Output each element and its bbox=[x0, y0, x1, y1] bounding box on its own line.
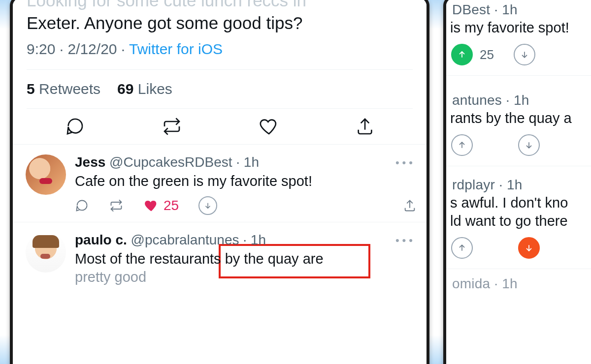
reply-icon[interactable] bbox=[65, 117, 85, 136]
reply-text: Cafe on the green is my favorite spot! bbox=[75, 172, 417, 190]
like-icon[interactable] bbox=[259, 117, 279, 136]
reply-item[interactable]: Jess @CupcakesRDBest · 1h Cafe on the gr… bbox=[13, 145, 427, 222]
phone-right: DBest · 1h is my favorite spot! 25 antun… bbox=[443, 0, 591, 364]
stage: Looking for some cute lunch reccs in Exe… bbox=[0, 0, 591, 364]
reply-actions: 25 bbox=[75, 196, 417, 215]
reply-like-count: 25 bbox=[164, 198, 179, 213]
vote-row: 25 bbox=[449, 37, 591, 75]
retweet-icon[interactable] bbox=[108, 199, 124, 212]
item-meta: DBest · 1h bbox=[449, 0, 591, 19]
list-item[interactable]: DBest · 1h is my favorite spot! 25 bbox=[446, 0, 591, 76]
downvote-button[interactable] bbox=[198, 196, 217, 215]
reply-age: 1h bbox=[251, 232, 266, 247]
downvote-button[interactable] bbox=[514, 44, 535, 65]
tweet-stats[interactable]: 5 Retweets 69 Likes bbox=[27, 70, 413, 108]
tweet-text: Looking for some cute lunch reccs in Exe… bbox=[27, 0, 413, 34]
reply-header: paulo c. @pcabralantunes · 1h bbox=[75, 232, 417, 248]
more-icon[interactable]: ••• bbox=[395, 156, 416, 169]
tweet-text-line1: Looking for some cute lunch reccs in bbox=[27, 0, 306, 10]
item-meta: rdplayr · 1h bbox=[449, 173, 591, 194]
reply-age: 1h bbox=[244, 154, 259, 170]
tweet-time: 9:20 bbox=[27, 41, 55, 57]
downvote-button[interactable] bbox=[518, 134, 540, 156]
downvote-button[interactable] bbox=[518, 237, 540, 259]
upvote-button[interactable] bbox=[451, 237, 473, 259]
reply-handle[interactable]: @CupcakesRDBest bbox=[109, 154, 232, 170]
upvote-button[interactable] bbox=[451, 134, 473, 156]
tweet-text-line2: Exeter. Anyone got some good tips? bbox=[27, 13, 302, 32]
share-icon[interactable] bbox=[403, 199, 417, 212]
like-count[interactable]: 69 Likes bbox=[117, 81, 172, 97]
left-screen: Looking for some cute lunch reccs in Exe… bbox=[13, 0, 427, 364]
list-item[interactable]: antunes · 1h rants by the quay a bbox=[446, 76, 591, 166]
more-icon[interactable]: ••• bbox=[395, 234, 416, 247]
phone-left: Looking for some cute lunch reccs in Exe… bbox=[10, 0, 429, 364]
share-icon[interactable] bbox=[355, 117, 375, 136]
item-text: rants by the quay a bbox=[449, 109, 591, 127]
main-tweet[interactable]: Looking for some cute lunch reccs in Exe… bbox=[13, 0, 427, 144]
list-item[interactable]: rdplayr · 1h s awful. I don't kno ld wan… bbox=[446, 166, 591, 269]
item-text: s awful. I don't kno ld want to go there bbox=[449, 194, 591, 230]
reply-text: Most of the restaurants by the quay are … bbox=[75, 250, 417, 286]
reply-header: Jess @CupcakesRDBest · 1h bbox=[75, 154, 417, 170]
tweet-date: 2/12/20 bbox=[67, 41, 117, 57]
vote-row bbox=[449, 127, 591, 166]
item-meta: omida · 1h bbox=[449, 272, 591, 293]
upvote-button[interactable] bbox=[451, 44, 473, 65]
retweet-count[interactable]: 5 Retweets bbox=[27, 81, 100, 97]
upvote-count: 25 bbox=[480, 47, 494, 62]
avatar[interactable] bbox=[26, 232, 66, 273]
reply-name[interactable]: Jess bbox=[75, 154, 105, 170]
tweet-meta: 9:20 · 2/12/20 · Twitter for iOS bbox=[27, 38, 413, 69]
reply-icon[interactable] bbox=[75, 199, 89, 212]
item-meta: antunes · 1h bbox=[449, 89, 591, 109]
list-item[interactable]: omida · 1h bbox=[446, 269, 591, 293]
item-text: is my favorite spot! bbox=[449, 19, 591, 37]
retweet-icon[interactable] bbox=[161, 117, 183, 136]
reply-name[interactable]: paulo c. bbox=[75, 232, 127, 247]
avatar[interactable] bbox=[26, 154, 66, 195]
like-button[interactable]: 25 bbox=[144, 198, 179, 213]
reply-item[interactable]: paulo c. @pcabralantunes · 1h Most of th… bbox=[13, 222, 427, 293]
right-screen: DBest · 1h is my favorite spot! 25 antun… bbox=[446, 0, 591, 364]
tweet-actions bbox=[27, 109, 413, 144]
tweet-source-link[interactable]: Twitter for iOS bbox=[129, 41, 223, 57]
reply-handle[interactable]: @pcabralantunes bbox=[131, 232, 239, 247]
vote-row bbox=[449, 230, 591, 269]
